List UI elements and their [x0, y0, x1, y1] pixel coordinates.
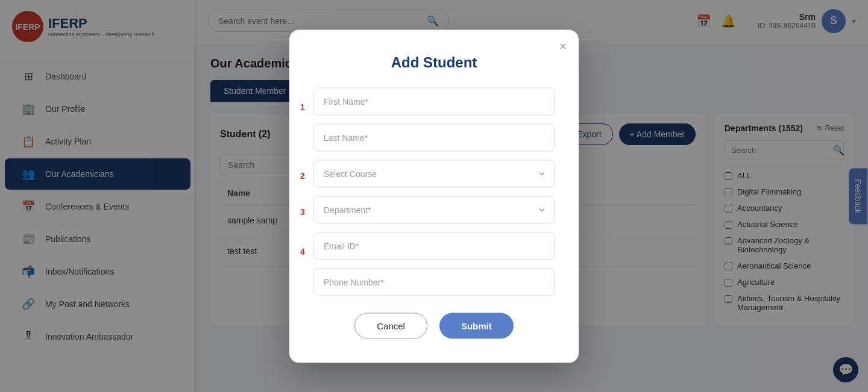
step-2-label: 2 [300, 170, 305, 180]
course-group: Select Course [313, 160, 555, 187]
first-name-group [313, 87, 555, 115]
modal-footer: Cancel Submit [313, 313, 555, 338]
cancel-button[interactable]: Cancel [354, 313, 427, 338]
last-name-input[interactable] [313, 123, 555, 151]
modal-close-button[interactable]: × [559, 39, 567, 53]
phone-input[interactable] [313, 268, 555, 296]
step-1-group: 1 [313, 87, 555, 151]
email-group [313, 232, 555, 260]
department-group: Department* [313, 196, 555, 223]
modal-title: Add Student [313, 54, 555, 70]
step-1-label: 1 [300, 102, 305, 111]
add-student-modal: × Add Student 1 2 Select Course 3 Depart… [289, 30, 579, 362]
phone-group [313, 268, 555, 296]
step-3-label: 3 [300, 207, 305, 216]
course-select[interactable]: Select Course [313, 160, 555, 187]
last-name-group [313, 123, 555, 151]
submit-button[interactable]: Submit [439, 313, 514, 338]
step-2-group: 2 Select Course [313, 160, 555, 187]
first-name-input[interactable] [313, 87, 555, 115]
step-4-label: 4 [300, 246, 305, 256]
step-3-group: 3 Department* [313, 196, 555, 223]
email-input[interactable] [313, 232, 555, 260]
step-4-group: 4 [313, 232, 555, 296]
department-select[interactable]: Department* [313, 196, 555, 223]
